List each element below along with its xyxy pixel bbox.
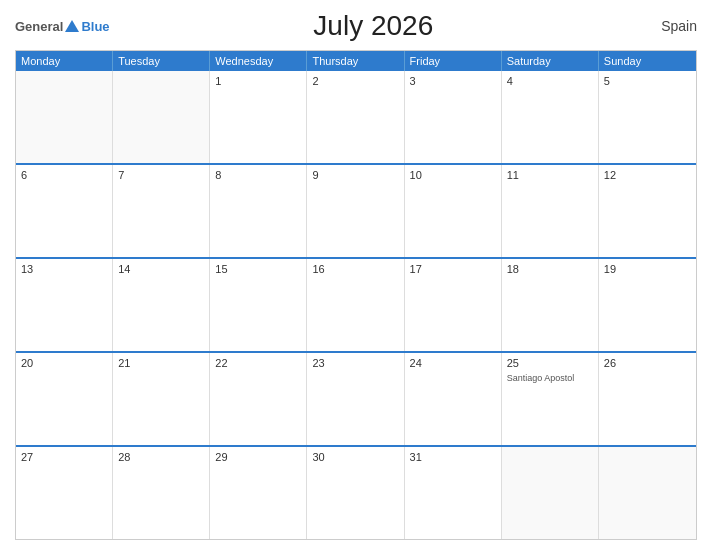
logo-triangle-icon — [65, 20, 79, 32]
country-label: Spain — [637, 18, 697, 34]
cal-cell: 11 — [502, 165, 599, 257]
logo-blue-text: Blue — [81, 19, 109, 34]
cal-cell: 8 — [210, 165, 307, 257]
cal-cell: 30 — [307, 447, 404, 539]
day-number: 9 — [312, 169, 398, 181]
cal-cell: 25Santiago Apostol — [502, 353, 599, 445]
day-number: 28 — [118, 451, 204, 463]
day-number: 15 — [215, 263, 301, 275]
day-number: 8 — [215, 169, 301, 181]
cal-cell: 5 — [599, 71, 696, 163]
day-number: 1 — [215, 75, 301, 87]
cal-cell: 28 — [113, 447, 210, 539]
logo: General Blue — [15, 19, 110, 34]
col-sunday: Sunday — [599, 51, 696, 71]
day-number: 10 — [410, 169, 496, 181]
day-number: 3 — [410, 75, 496, 87]
cal-cell: 3 — [405, 71, 502, 163]
calendar-week-2: 6789101112 — [16, 165, 696, 259]
cal-cell: 17 — [405, 259, 502, 351]
cal-cell — [113, 71, 210, 163]
cal-cell: 29 — [210, 447, 307, 539]
cal-cell: 4 — [502, 71, 599, 163]
calendar-week-3: 13141516171819 — [16, 259, 696, 353]
cal-cell — [502, 447, 599, 539]
day-number: 5 — [604, 75, 691, 87]
day-number: 6 — [21, 169, 107, 181]
day-number: 12 — [604, 169, 691, 181]
day-number: 26 — [604, 357, 691, 369]
calendar-week-4: 202122232425Santiago Apostol26 — [16, 353, 696, 447]
cal-cell — [599, 447, 696, 539]
col-tuesday: Tuesday — [113, 51, 210, 71]
day-number: 29 — [215, 451, 301, 463]
day-number: 27 — [21, 451, 107, 463]
page: General Blue July 2026 Spain Monday Tues… — [0, 0, 712, 550]
col-thursday: Thursday — [307, 51, 404, 71]
cal-cell: 9 — [307, 165, 404, 257]
day-number: 17 — [410, 263, 496, 275]
cal-cell: 13 — [16, 259, 113, 351]
cal-cell: 31 — [405, 447, 502, 539]
cal-cell: 19 — [599, 259, 696, 351]
cal-cell: 24 — [405, 353, 502, 445]
day-number: 18 — [507, 263, 593, 275]
day-number: 23 — [312, 357, 398, 369]
day-number: 4 — [507, 75, 593, 87]
col-friday: Friday — [405, 51, 502, 71]
day-number: 22 — [215, 357, 301, 369]
cal-cell: 27 — [16, 447, 113, 539]
calendar-body: 1234567891011121314151617181920212223242… — [16, 71, 696, 539]
cal-cell: 14 — [113, 259, 210, 351]
day-number: 2 — [312, 75, 398, 87]
cal-cell: 22 — [210, 353, 307, 445]
day-number: 19 — [604, 263, 691, 275]
calendar-header: Monday Tuesday Wednesday Thursday Friday… — [16, 51, 696, 71]
cal-cell: 1 — [210, 71, 307, 163]
col-wednesday: Wednesday — [210, 51, 307, 71]
day-number: 24 — [410, 357, 496, 369]
header: General Blue July 2026 Spain — [15, 10, 697, 42]
col-saturday: Saturday — [502, 51, 599, 71]
cal-cell: 12 — [599, 165, 696, 257]
cal-cell: 26 — [599, 353, 696, 445]
col-monday: Monday — [16, 51, 113, 71]
cal-cell: 15 — [210, 259, 307, 351]
day-number: 30 — [312, 451, 398, 463]
cal-cell — [16, 71, 113, 163]
day-number: 21 — [118, 357, 204, 369]
cal-cell: 18 — [502, 259, 599, 351]
cal-cell: 20 — [16, 353, 113, 445]
cal-cell: 10 — [405, 165, 502, 257]
logo-general-text: General — [15, 19, 63, 34]
day-number: 7 — [118, 169, 204, 181]
calendar-week-1: 12345 — [16, 71, 696, 165]
calendar-week-5: 2728293031 — [16, 447, 696, 539]
cal-cell: 7 — [113, 165, 210, 257]
day-number: 11 — [507, 169, 593, 181]
cal-cell: 21 — [113, 353, 210, 445]
cal-cell: 6 — [16, 165, 113, 257]
page-title: July 2026 — [110, 10, 637, 42]
cal-cell: 16 — [307, 259, 404, 351]
day-number: 14 — [118, 263, 204, 275]
cal-cell: 2 — [307, 71, 404, 163]
day-number: 20 — [21, 357, 107, 369]
day-number: 13 — [21, 263, 107, 275]
day-number: 31 — [410, 451, 496, 463]
day-number: 25 — [507, 357, 593, 369]
calendar: Monday Tuesday Wednesday Thursday Friday… — [15, 50, 697, 540]
event-label: Santiago Apostol — [507, 373, 593, 383]
cal-cell: 23 — [307, 353, 404, 445]
day-number: 16 — [312, 263, 398, 275]
